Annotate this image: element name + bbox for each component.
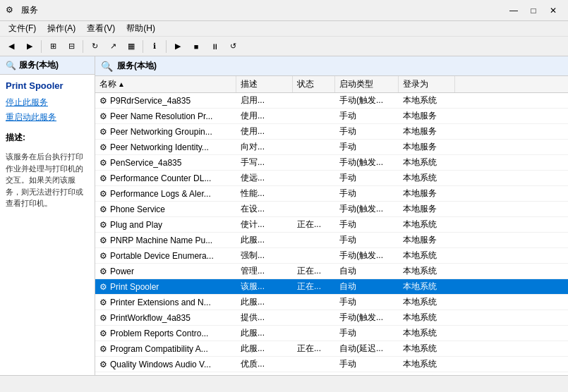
cell-startup: 手动(触发... xyxy=(335,310,399,325)
table-row[interactable]: ⚙ Phone Service 在设... 手动(触发... 本地服务 xyxy=(95,202,568,217)
table-row[interactable]: ⚙ Program Compatibility A... 此服... 正在...… xyxy=(95,341,568,357)
table-row[interactable]: ⚙ Quality Windows Audio V... 优质... 手动 本地… xyxy=(95,357,568,372)
cell-login: 本地服务 xyxy=(399,124,455,139)
table-row[interactable]: ⚙ Problem Reports Contro... 此服... 手动 本地系… xyxy=(95,326,568,341)
minimize-button[interactable]: — xyxy=(504,4,523,18)
cell-status xyxy=(293,109,335,123)
cell-startup: 自动(延迟... xyxy=(335,341,399,356)
header-login[interactable]: 登录为 xyxy=(399,76,455,92)
cell-name: ⚙ Phone Service xyxy=(95,202,236,216)
cell-name: ⚙ PenService_4a835 xyxy=(95,155,236,170)
cell-name: ⚙ Plug and Play xyxy=(95,217,236,232)
close-button[interactable]: ✕ xyxy=(544,4,562,18)
table-row[interactable]: ⚙ Printer Extensions and N... 此服... 手动 本… xyxy=(95,295,568,310)
table-row[interactable]: ⚙ Peer Networking Identity... 向对... 手动 本… xyxy=(95,140,568,155)
service-icon: ⚙ xyxy=(99,313,107,323)
cell-login: 本地服务 xyxy=(399,140,455,154)
toolbar-refresh[interactable]: ↻ xyxy=(86,39,103,54)
cell-startup: 手动(触发... xyxy=(335,202,399,216)
toolbar: ◀ ▶ ⊞ ⊟ ↻ ↗ ▦ ℹ ▶ ■ ⏸ ↺ xyxy=(0,37,568,56)
cell-status xyxy=(293,248,335,263)
cell-desc: 此服... xyxy=(236,341,293,356)
cell-login: 本地系统 xyxy=(399,372,455,375)
cell-desc: 无论... xyxy=(236,372,293,375)
left-panel: 🔍 服务(本地) Print Spooler 停止此服务 重启动此服务 描述: … xyxy=(0,56,95,375)
table-row[interactable]: ⚙ Remote Access Auto Con... 无论... 手动 本地系… xyxy=(95,372,568,375)
table-row[interactable]: ⚙ PNRP Machine Name Pu... 此服... 手动 本地服务 xyxy=(95,233,568,248)
cell-desc: 提供... xyxy=(236,310,293,325)
toolbar-play[interactable]: ▶ xyxy=(169,39,186,54)
toolbar-forward[interactable]: ▶ xyxy=(21,39,38,54)
toolbar-sep-2 xyxy=(83,40,83,53)
header-status[interactable]: 状态 xyxy=(293,76,335,92)
cell-desc: 使用... xyxy=(236,109,293,123)
service-description: 该服务在后台执行打印作业并处理与打印机的交互。如果关闭该服务，则无法进行打印或查… xyxy=(6,151,89,209)
menu-view[interactable]: 查看(V) xyxy=(81,21,121,36)
menu-file[interactable]: 文件(F) xyxy=(3,21,42,36)
toolbar-stop[interactable]: ■ xyxy=(188,39,205,54)
cell-status xyxy=(293,326,335,341)
window-controls: — □ ✕ xyxy=(504,4,562,18)
main-container: 🔍 服务(本地) Print Spooler 停止此服务 重启动此服务 描述: … xyxy=(0,56,568,375)
service-icon: ⚙ xyxy=(99,189,107,199)
toolbar-back[interactable]: ◀ xyxy=(3,39,20,54)
cell-desc: 启用... xyxy=(236,93,293,108)
toolbar-sep-1 xyxy=(41,40,42,53)
header-startup[interactable]: 启动类型 xyxy=(335,76,399,92)
header-desc[interactable]: 描述 xyxy=(236,76,293,92)
cell-login: 本地系统 xyxy=(399,295,455,310)
toolbar-sep-4 xyxy=(166,40,167,53)
service-icon: ⚙ xyxy=(99,282,107,292)
cell-status xyxy=(293,295,335,310)
header-name[interactable]: 名称▲ xyxy=(95,76,236,92)
cell-login: 本地系统 xyxy=(399,279,455,294)
toolbar-pause[interactable]: ⏸ xyxy=(206,39,223,54)
app-icon: ⚙ xyxy=(6,5,17,16)
toolbar-export[interactable]: ↗ xyxy=(104,39,121,54)
cell-login: 本地系统 xyxy=(399,248,455,263)
toolbar-help[interactable]: ℹ xyxy=(146,39,163,54)
table-row[interactable]: ⚙ Performance Counter DL... 使远... 手动 本地系… xyxy=(95,171,568,186)
cell-name: ⚙ PrintWorkflow_4a835 xyxy=(95,310,236,325)
cell-name: ⚙ Print Spooler xyxy=(95,279,236,294)
cell-name: ⚙ Portable Device Enumera... xyxy=(95,248,236,263)
toolbar-browse-up[interactable]: ⊟ xyxy=(63,39,80,54)
cell-desc: 使计... xyxy=(236,217,293,232)
cell-name: ⚙ Performance Counter DL... xyxy=(95,171,236,185)
table-row[interactable]: ⚙ Peer Name Resolution Pr... 使用... 手动 本地… xyxy=(95,109,568,124)
table-header: 名称▲ 描述 状态 启动类型 登录为 xyxy=(95,76,568,93)
table-row[interactable]: ⚙ PrintWorkflow_4a835 提供... 手动(触发... 本地系… xyxy=(95,310,568,326)
cell-login: 本地系统 xyxy=(399,264,455,278)
services-table[interactable]: 名称▲ 描述 状态 启动类型 登录为 ⚙ P9RdrService_4a835 … xyxy=(95,76,568,375)
cell-startup: 手动 xyxy=(335,233,399,247)
menu-action[interactable]: 操作(A) xyxy=(42,21,81,36)
table-row[interactable]: ⚙ PenService_4a835 手写... 手动(触发... 本地系统 xyxy=(95,155,568,171)
table-body: ⚙ P9RdrService_4a835 启用... 手动(触发... 本地系统… xyxy=(95,93,568,375)
table-row[interactable]: ⚙ Print Spooler 该服... 正在... 自动 本地系统 xyxy=(95,279,568,295)
toolbar-restart[interactable]: ↺ xyxy=(224,39,241,54)
stop-service-link[interactable]: 停止此服务 xyxy=(6,97,89,109)
panel-header: 🔍 服务(本地) xyxy=(95,56,568,76)
table-row[interactable]: ⚙ Peer Networking Groupin... 使用... 手动 本地… xyxy=(95,124,568,140)
service-icon: ⚙ xyxy=(99,220,107,230)
cell-status xyxy=(293,310,335,325)
cell-name: ⚙ Peer Name Resolution Pr... xyxy=(95,109,236,123)
toolbar-browse-view[interactable]: ⊞ xyxy=(44,39,61,54)
table-row[interactable]: ⚙ P9RdrService_4a835 启用... 手动(触发... 本地系统 xyxy=(95,93,568,109)
maximize-button[interactable]: □ xyxy=(524,4,543,18)
cell-desc: 强制... xyxy=(236,248,293,263)
table-row[interactable]: ⚙ Performance Logs & Aler... 性能... 手动 本地… xyxy=(95,186,568,202)
cell-desc: 管理... xyxy=(236,264,293,278)
cell-login: 本地系统 xyxy=(399,357,455,372)
restart-service-link[interactable]: 重启动此服务 xyxy=(6,111,89,123)
menu-help[interactable]: 帮助(H) xyxy=(121,21,161,36)
cell-name: ⚙ Peer Networking Identity... xyxy=(95,140,236,154)
service-icon: ⚙ xyxy=(99,204,107,214)
toolbar-filter[interactable]: ▦ xyxy=(123,39,140,54)
service-name: Print Spooler xyxy=(6,80,89,91)
cell-name: ⚙ Problem Reports Contro... xyxy=(95,326,236,341)
table-row[interactable]: ⚙ Plug and Play 使计... 正在... 手动 本地系统 xyxy=(95,217,568,233)
table-row[interactable]: ⚙ Power 管理... 正在... 自动 本地系统 xyxy=(95,264,568,279)
table-row[interactable]: ⚙ Portable Device Enumera... 强制... 手动(触发… xyxy=(95,248,568,264)
cell-desc: 向对... xyxy=(236,140,293,154)
